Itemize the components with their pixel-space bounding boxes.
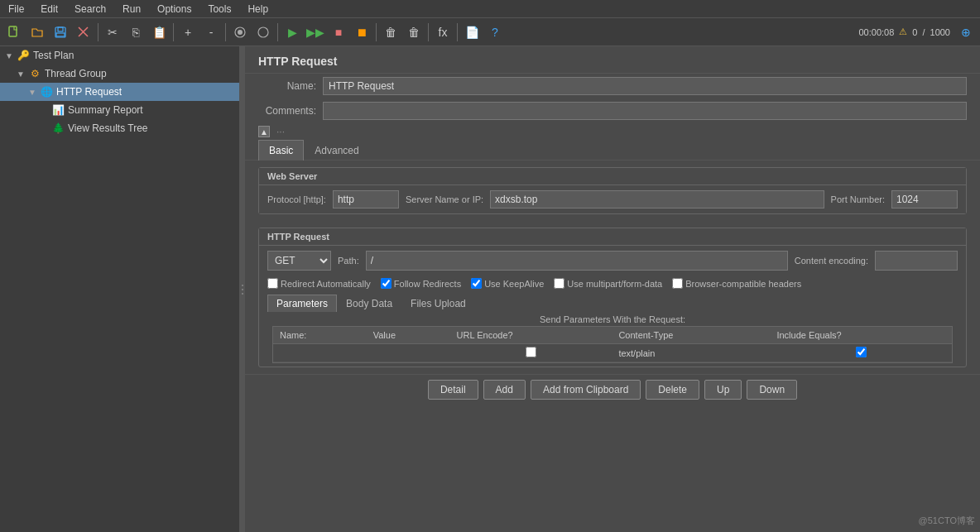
menu-run[interactable]: Run: [118, 2, 146, 17]
testplan-icon: 🔑: [17, 49, 30, 62]
menu-options[interactable]: Options: [152, 2, 196, 17]
clear-button[interactable]: 🗑: [380, 22, 401, 43]
menu-tools[interactable]: Tools: [203, 2, 236, 17]
httpreq-icon: 🌐: [40, 85, 53, 98]
stop-button[interactable]: ■: [328, 22, 349, 43]
svg-point-5: [238, 30, 243, 35]
sidebar-item-summary-report[interactable]: ▶ 📊 Summary Report: [0, 101, 239, 119]
port-input[interactable]: [891, 190, 958, 208]
add-button[interactable]: Add: [483, 380, 526, 400]
method-select[interactable]: GET POST PUT DELETE: [267, 251, 331, 271]
sub-tab-bar: Parameters Body Data Files Upload: [259, 291, 966, 311]
path-input[interactable]: [366, 251, 788, 271]
close-button[interactable]: [73, 22, 94, 43]
encoding-input[interactable]: [875, 251, 958, 271]
sub-tab-body-data[interactable]: Body Data: [337, 295, 401, 312]
cb-use-keepalive-label: Use KeepAlive: [484, 279, 544, 289]
drag-dot2: [242, 289, 243, 290]
down-button[interactable]: Down: [747, 380, 797, 400]
comments-input[interactable]: [323, 102, 967, 120]
save-button[interactable]: [50, 22, 71, 43]
svg-rect-1: [55, 27, 65, 37]
http-request-section: HTTP Request GET POST PUT DELETE Path: C…: [258, 228, 967, 367]
add-from-clipboard-button[interactable]: Add from Clipboard: [531, 380, 641, 400]
sidebar-item-http-request[interactable]: ▼ 🌐 HTTP Request: [0, 83, 239, 101]
paste-button[interactable]: 📋: [148, 22, 170, 43]
toggle2-button[interactable]: [252, 22, 274, 43]
expand-button[interactable]: +: [177, 22, 199, 43]
sidebar-item-test-plan[interactable]: ▼ 🔑 Test Plan: [0, 46, 239, 65]
td-url-encode[interactable]: [450, 344, 612, 362]
td-name: [273, 344, 367, 362]
detail-button[interactable]: Detail: [428, 380, 478, 400]
arrow-testplan: ▼: [5, 51, 17, 60]
open-button[interactable]: [26, 22, 48, 43]
clear-all-button[interactable]: 🗑: [403, 22, 425, 43]
menu-search[interactable]: Search: [70, 2, 111, 17]
new-button[interactable]: [3, 22, 25, 43]
dots-label: ···: [276, 126, 285, 137]
svg-point-6: [258, 27, 268, 37]
encoding-label: Content encoding:: [795, 256, 868, 266]
copy-button[interactable]: ⎘: [125, 22, 147, 43]
timer-display: 00:00:08: [859, 27, 895, 37]
template-button[interactable]: 📄: [461, 22, 483, 43]
cb-redirect-auto-input[interactable]: [267, 278, 278, 289]
protocol-input[interactable]: [333, 190, 399, 208]
up-button[interactable]: Up: [704, 380, 742, 400]
web-server-section: Web Server Protocol [http]: Server Name …: [258, 167, 967, 214]
params-section: Send Parameters With the Request: Name: …: [272, 311, 953, 363]
name-input[interactable]: [323, 77, 967, 95]
menu-help[interactable]: Help: [243, 2, 273, 17]
cb-browser-headers-input[interactable]: [672, 278, 683, 289]
svg-rect-0: [9, 26, 17, 36]
function-helper-button[interactable]: fx: [432, 22, 454, 43]
start-no-pauses-button[interactable]: ▶▶: [305, 22, 326, 43]
sidebar-item-thread-group[interactable]: ▼ ⚙ Thread Group: [0, 65, 239, 83]
sidebar: ▼ 🔑 Test Plan ▼ ⚙ Thread Group ▼ 🌐 HTTP …: [0, 46, 240, 532]
toggle-button[interactable]: [229, 22, 251, 43]
server-label: Server Name or IP:: [406, 194, 483, 204]
sub-tab-files-upload[interactable]: Files Upload: [401, 295, 475, 312]
cb-use-keepalive-input[interactable]: [471, 278, 482, 289]
menu-file[interactable]: File: [3, 2, 29, 17]
menu-edit[interactable]: Edit: [36, 2, 63, 17]
shutdown-button[interactable]: ⏹: [351, 22, 372, 43]
tab-basic[interactable]: Basic: [258, 140, 304, 161]
params-table: Name: Value URL Encode? Content-Type Inc…: [273, 327, 952, 362]
cb-use-keepalive[interactable]: Use KeepAlive: [471, 278, 544, 289]
sidebar-item-view-results-tree[interactable]: ▶ 🌲 View Results Tree: [0, 119, 239, 137]
collapse-button[interactable]: -: [200, 22, 222, 43]
cb-follow-redirects[interactable]: Follow Redirects: [381, 278, 461, 289]
cb-use-multipart[interactable]: Use multipart/form-data: [554, 278, 662, 289]
include-equals-checkbox[interactable]: [856, 347, 867, 357]
collapse-bar: ▲ ···: [245, 123, 980, 140]
params-table-wrap: Name: Value URL Encode? Content-Type Inc…: [272, 326, 953, 363]
start-button[interactable]: ▶: [281, 22, 303, 43]
collapse-button-main[interactable]: ▲: [258, 126, 270, 137]
url-encode-checkbox[interactable]: [526, 347, 536, 357]
th-url-encode: URL Encode?: [450, 327, 612, 344]
tab-advanced[interactable]: Advanced: [304, 140, 369, 161]
status-button[interactable]: ⊕: [955, 22, 977, 43]
sub-tab-parameters[interactable]: Parameters: [267, 295, 337, 312]
separator-7: [457, 23, 458, 41]
cb-follow-redirects-input[interactable]: [381, 278, 392, 289]
watermark: @51CTO博客: [919, 515, 975, 527]
cb-use-multipart-input[interactable]: [554, 278, 564, 289]
delete-button[interactable]: Delete: [646, 380, 699, 400]
drag-dot3: [242, 293, 243, 295]
td-include-equals[interactable]: [770, 344, 952, 362]
server-input[interactable]: [490, 190, 824, 208]
help-button[interactable]: ?: [484, 22, 506, 43]
cb-redirect-auto[interactable]: Redirect Automatically: [267, 278, 371, 289]
threadgroup-label: Thread Group: [45, 68, 107, 79]
cb-follow-redirects-label: Follow Redirects: [394, 279, 461, 289]
threadgroup-icon: ⚙: [28, 67, 41, 80]
httpreq-label: HTTP Request: [56, 86, 122, 98]
name-row: Name:: [245, 74, 980, 98]
toolbar-right: 00:00:08 ⚠ 0 / 1000 ⊕: [859, 22, 978, 43]
separator-4: [277, 23, 278, 41]
cb-browser-headers[interactable]: Browser-compatible headers: [672, 278, 801, 289]
cut-button[interactable]: ✂: [102, 22, 123, 43]
